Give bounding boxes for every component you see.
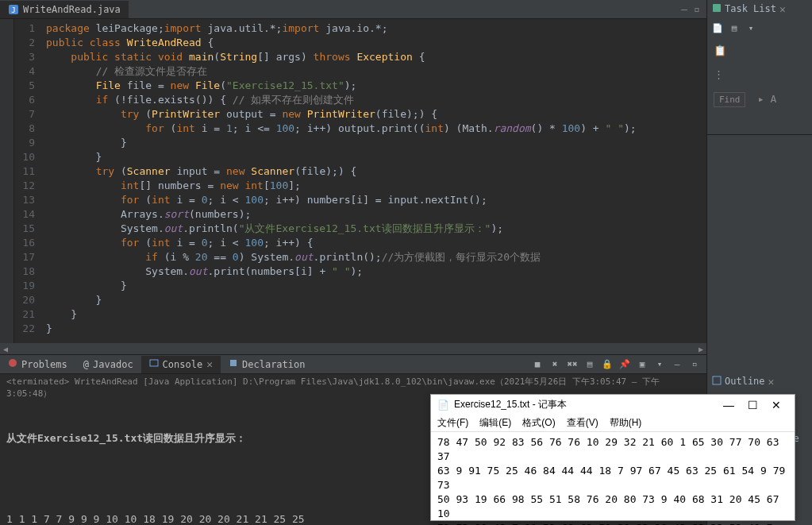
display-console-icon[interactable]: ▣ (635, 357, 649, 372)
code-editor[interactable]: 12345678910111213141516171819202122 pack… (0, 19, 706, 343)
console-icon (149, 358, 159, 370)
tab-javadoc[interactable]: @ Javadoc (75, 356, 141, 373)
tab-problems[interactable]: Problems (0, 356, 75, 373)
outline-icon (712, 376, 722, 388)
close-icon[interactable]: ✕ (779, 3, 786, 15)
open-console-icon[interactable]: ▾ (652, 357, 667, 372)
scroll-lock-icon[interactable]: 🔒 (600, 357, 614, 372)
menu-view[interactable]: 查看(V) (567, 416, 598, 430)
filter-icon[interactable]: ▾ (744, 21, 758, 35)
menu-format[interactable]: 格式(O) (522, 416, 555, 430)
collapse-icon[interactable]: 📋 (714, 44, 726, 56)
gutter (0, 19, 14, 343)
minimize-button[interactable]: — (717, 399, 741, 411)
notepad-line: 78 47 50 92 83 56 76 76 10 29 32 21 60 1… (437, 435, 788, 464)
task-list-title: Task List (725, 3, 776, 14)
remove-launch-icon[interactable]: ✖ (548, 357, 562, 372)
editor-tab[interactable]: J WriteAndRead.java (0, 1, 129, 18)
svg-text:J: J (11, 6, 15, 14)
notepad-window[interactable]: 📄 Exercise12_15.txt - 记事本 — ☐ ✕ 文件(F) 编辑… (430, 394, 795, 521)
menu-file[interactable]: 文件(F) (437, 416, 468, 430)
line-numbers: 12345678910111213141516171819202122 (14, 19, 40, 343)
maximize-icon[interactable]: ▫ (694, 3, 700, 15)
clear-console-icon[interactable]: ▤ (583, 357, 597, 372)
remove-all-icon[interactable]: ✖✖ (565, 357, 579, 372)
menu-edit[interactable]: 编辑(E) (479, 416, 511, 430)
close-icon[interactable]: ✕ (768, 376, 775, 388)
pin-console-icon[interactable]: 📌 (618, 357, 632, 372)
notepad-line: 72 72 80 49 7 80 53 69 62 50 20 93 30 43… (437, 521, 788, 525)
max-icon[interactable]: ▫ (687, 357, 702, 372)
svg-rect-6 (713, 376, 721, 384)
notepad-titlebar[interactable]: 📄 Exercise12_15.txt - 记事本 — ☐ ✕ (431, 395, 795, 415)
java-file-icon: J (8, 4, 19, 15)
minimize-icon[interactable]: — (681, 3, 687, 15)
scroll-left-icon[interactable]: ◀ (0, 345, 11, 353)
svg-point-2 (9, 359, 17, 367)
task-list-panel: Task List ✕ 📄 ▤ ▾ 📋 ⋮ Find ▸ A (707, 0, 812, 135)
notepad-line: 63 9 91 75 25 46 84 44 44 18 7 97 67 45 … (437, 464, 788, 492)
notepad-line: 50 93 19 66 98 55 51 58 76 20 80 73 9 40… (437, 492, 788, 521)
all-toggle[interactable]: ▸ A (758, 93, 776, 105)
tab-console[interactable]: Console ✕ (141, 356, 221, 373)
new-task-icon[interactable]: 📄 (710, 21, 725, 35)
svg-rect-5 (713, 4, 721, 12)
close-button[interactable]: ✕ (764, 399, 788, 411)
outline-title: Outline (725, 376, 765, 387)
notepad-icon: 📄 (437, 400, 449, 411)
maximize-button[interactable]: ☐ (741, 399, 764, 411)
svg-rect-4 (230, 360, 237, 366)
categorize-icon[interactable]: ▤ (727, 21, 741, 35)
code-content[interactable]: package leiPackage;import java.util.*;im… (40, 19, 706, 343)
notepad-content[interactable]: 78 47 50 92 83 56 76 76 10 29 32 21 60 1… (431, 432, 795, 525)
svg-rect-3 (150, 360, 158, 366)
editor-tab-bar: J WriteAndRead.java — ▫ (0, 0, 706, 19)
javadoc-icon: @ (83, 359, 89, 370)
terminate-icon[interactable]: ■ (530, 357, 545, 372)
find-input[interactable]: Find (714, 92, 745, 107)
task-list-icon (712, 3, 722, 15)
notepad-menubar: 文件(F) 编辑(E) 格式(O) 查看(V) 帮助(H) (431, 415, 795, 432)
console-tab-bar: Problems @ Javadoc Console ✕ Declaration (0, 355, 706, 374)
close-icon[interactable]: ✕ (206, 358, 213, 370)
menu-help[interactable]: 帮助(H) (610, 416, 642, 430)
notepad-title-text: Exercise12_15.txt - 记事本 (454, 398, 567, 411)
problems-icon (8, 358, 17, 370)
declaration-icon (229, 358, 238, 370)
min-icon[interactable]: — (670, 357, 684, 372)
scroll-right-icon[interactable]: ▶ (695, 345, 706, 353)
horizontal-scrollbar[interactable]: ◀ ▶ (0, 343, 706, 354)
tab-declaration[interactable]: Declaration (221, 356, 313, 373)
editor-tab-label: WriteAndRead.java (23, 4, 121, 15)
